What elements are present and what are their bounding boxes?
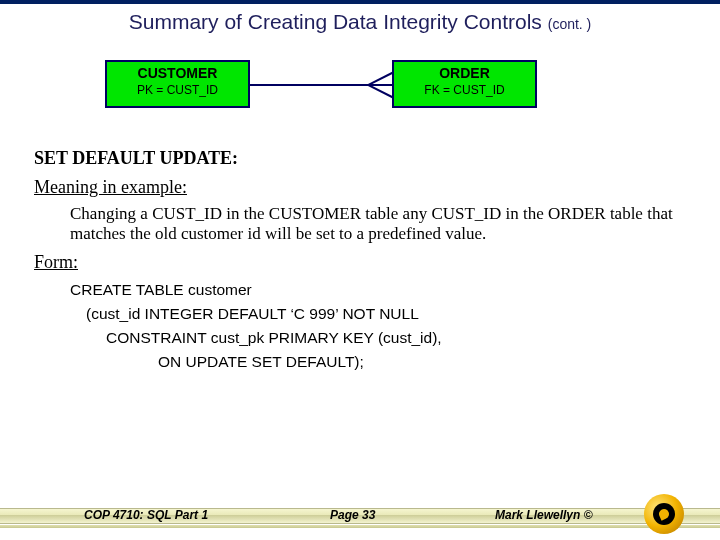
entity-customer-name: CUSTOMER	[107, 65, 248, 81]
title-cont: (cont. )	[548, 16, 592, 32]
sql-line-3: CONSTRAINT cust_pk PRIMARY KEY (cust_id)…	[106, 329, 686, 347]
footer-course: COP 4710: SQL Part 1	[84, 508, 208, 522]
svg-line-0	[368, 72, 394, 85]
entity-order: ORDER FK = CUST_ID	[392, 60, 537, 108]
slide-body: SET DEFAULT UPDATE: Meaning in example: …	[0, 148, 720, 371]
er-diagram: CUSTOMER PK = CUST_ID ORDER FK = CUST_ID	[0, 60, 720, 138]
ucf-logo-icon	[644, 494, 684, 534]
slide-title: Summary of Creating Data Integrity Contr…	[0, 10, 720, 34]
entity-customer: CUSTOMER PK = CUST_ID	[105, 60, 250, 108]
entity-order-key: FK = CUST_ID	[394, 83, 535, 97]
title-main: Summary of Creating Data Integrity Contr…	[129, 10, 542, 33]
subhead-meaning: Meaning in example:	[34, 177, 686, 198]
slide: Summary of Creating Data Integrity Contr…	[0, 0, 720, 540]
sql-line-2: (cust_id INTEGER DEFAULT ‘C 999’ NOT NUL…	[86, 305, 686, 323]
sql-block: CREATE TABLE customer (cust_id INTEGER D…	[34, 281, 686, 371]
entity-order-name: ORDER	[394, 65, 535, 81]
footer-line	[0, 525, 720, 528]
meaning-paragraph: Changing a CUST_ID in the CUSTOMER table…	[70, 204, 686, 244]
logo-inner-disc	[653, 503, 675, 525]
sql-line-1: CREATE TABLE customer	[70, 281, 686, 299]
pegasus-icon	[657, 507, 670, 520]
svg-line-2	[368, 85, 394, 98]
sql-line-4: ON UPDATE SET DEFAULT);	[158, 353, 686, 371]
entity-customer-key: PK = CUST_ID	[107, 83, 248, 97]
subhead-form: Form:	[34, 252, 686, 273]
footer-author: Mark Llewellyn ©	[495, 508, 593, 522]
footer: COP 4710: SQL Part 1 Page 33 Mark Llewel…	[0, 496, 720, 540]
footer-page: Page 33	[330, 508, 375, 522]
section-heading: SET DEFAULT UPDATE:	[34, 148, 686, 169]
